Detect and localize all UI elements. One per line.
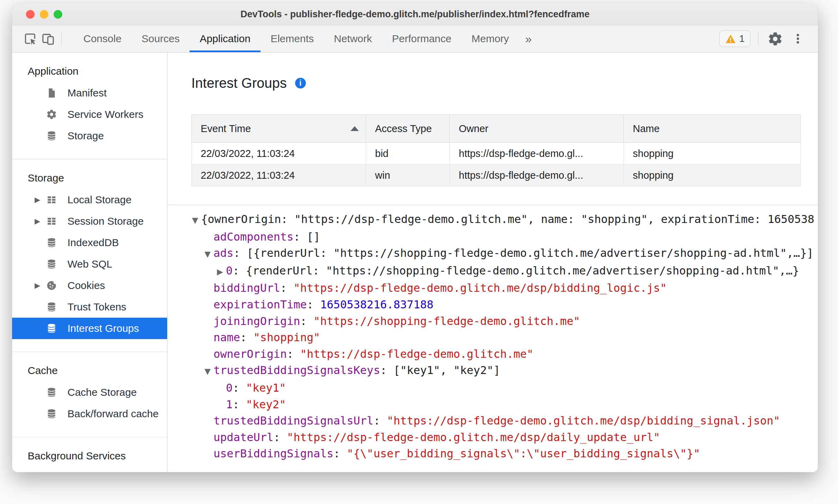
sidebar-item-label: Local Storage [67,194,131,206]
column-header-label: Event Time [201,123,251,134]
sidebar-item-cache-storage[interactable]: Cache Storage [12,382,167,403]
preview-text: : [334,447,347,460]
table-row[interactable]: 22/03/2022, 11:03:24bidhttps://dsp-fledg… [192,143,801,165]
database-icon [46,301,57,312]
sidebar-item-label: Storage [67,130,104,142]
grid-icon [46,194,57,205]
panel-title-row: Interest Groups i [191,75,818,91]
tree-node: trustedBiddingSignalsUrl: "https://dsp-f… [167,413,818,429]
cell-event-time: 22/03/2022, 11:03:24 [192,165,366,186]
preview-text: : [307,298,320,311]
string-value: "https://dsp-fledge-demo.glitch.me/dsp/d… [287,431,660,444]
toolbar-separator [758,31,758,46]
device-toolbar-icon [41,32,55,46]
tree-node-expandable[interactable]: ▼{ownerOrigin: "https://dsp-fledge-demo.… [167,211,818,229]
string-value: "https://dsp-fledge-demo.glitch.me" [300,347,533,361]
chevron-right-icon[interactable]: ▶ [35,281,46,290]
minimize-button[interactable] [40,10,48,19]
column-header-label: Name [633,123,659,134]
triangle-down-icon[interactable]: ▼ [204,246,213,263]
tab-network[interactable]: Network [324,25,382,52]
interest-groups-panel: Interest Groups i Event TimeAccess TypeO… [167,53,818,472]
property-name: joiningOrigin [213,315,300,328]
cell-access-type: win [366,165,450,186]
device-toolbar-button[interactable] [39,29,57,48]
sidebar-item-trust-tokens[interactable]: Trust Tokens [12,296,167,318]
sidebar-item-storage[interactable]: Storage [12,125,167,147]
sidebar-item-web-sql[interactable]: Web SQL [12,253,167,275]
tree-node-expandable[interactable]: ▶0: {renderUrl: "https://shopping-fledge… [167,263,818,280]
menu-button[interactable] [789,29,807,48]
sidebar-section-header: Application [12,65,167,77]
sidebar-item-session-storage[interactable]: ▶Session Storage [12,211,167,232]
string-value: "key2" [246,398,286,411]
titlebar[interactable]: DevTools - publisher-fledge-demo.glitch.… [12,3,818,25]
inspect-element-button[interactable] [21,29,39,48]
warning-count: 1 [739,33,745,44]
info-icon[interactable]: i [295,78,306,88]
preview-text: : {renderUrl: "https://shopping-fledge-d… [233,264,799,277]
chevron-right-icon[interactable]: ▶ [35,196,46,204]
sidebar-item-label: Service Workers [67,109,144,120]
inspect-icon [23,32,37,46]
tree-node: name: "shopping" [167,329,818,346]
preview-text: : [{renderUrl: "https://shopping-fledge-… [234,246,813,260]
sidebar-item-label: Back/forward cache [67,408,158,420]
devtools-toolbar: ConsoleSourcesApplicationElementsNetwork… [12,25,818,53]
column-header-event-time[interactable]: Event Time [192,115,366,143]
sidebar-item-label: Manifest [67,87,107,99]
tree-node: expirationTime: 1650538216.837188 [167,297,818,313]
tree-node-expandable[interactable]: ▼trustedBiddingSignalsKeys: ["key1", "ke… [167,362,818,380]
tree-node: adComponents: [] [167,229,818,245]
property-name: expirationTime [213,298,307,311]
sidebar-item-label: Cache Storage [67,386,137,398]
preview-text: : [300,315,313,328]
sidebar-item-interest-groups[interactable]: Interest Groups [12,318,167,339]
toolbar-right-controls: 1 [719,29,818,48]
warnings-badge[interactable]: 1 [719,30,750,47]
warning-icon [725,34,736,44]
sidebar-item-background-fetch[interactable]: Background Fetch [12,467,167,472]
tab-console[interactable]: Console [73,25,131,52]
column-header-label: Access Type [375,123,432,134]
sidebar-item-label: Interest Groups [67,323,139,334]
tab-sources[interactable]: Sources [131,25,190,52]
preview-text: : [273,431,287,444]
tab-application[interactable]: Application [190,25,261,52]
sidebar-item-label: Session Storage [67,215,144,227]
sidebar-item-service-workers[interactable]: Service Workers [12,104,167,125]
preview-text: : [233,398,246,411]
sidebar-item-manifest[interactable]: Manifest [12,82,167,104]
triangle-right-icon[interactable]: ▶ [217,264,226,280]
sidebar-item-cookies[interactable]: ▶Cookies [12,275,167,296]
settings-button[interactable] [766,29,784,48]
tree-node: biddingUrl: "https://dsp-fledge-demo.gli… [167,280,818,297]
column-header-name[interactable]: Name [624,115,801,143]
maximize-button[interactable] [54,10,62,19]
tab-elements[interactable]: Elements [261,25,324,52]
more-tabs-button[interactable]: » [519,32,538,46]
column-header-label: Owner [459,123,488,134]
tree-node: 0: "key1" [167,380,818,396]
column-header-access-type[interactable]: Access Type [366,115,450,143]
property-name: 0 [226,381,233,394]
sidebar-section-storage: Storage▶Local Storage▶Session StorageInd… [12,159,167,352]
tab-memory[interactable]: Memory [462,25,519,52]
tree-node-expandable[interactable]: ▼ads: [{renderUrl: "https://shopping-fle… [167,245,818,263]
sidebar-item-back-forward-cache[interactable]: Back/forward cache [12,403,167,424]
close-button[interactable] [26,10,35,19]
tab-performance[interactable]: Performance [382,25,462,52]
triangle-down-icon[interactable]: ▼ [192,212,201,229]
sidebar-item-local-storage[interactable]: ▶Local Storage [12,189,167,211]
chevron-right-icon[interactable]: ▶ [35,217,46,225]
table-row[interactable]: 22/03/2022, 11:03:24winhttps://dsp-fledg… [192,165,801,186]
sidebar-item-indexeddb[interactable]: IndexedDB [12,232,167,253]
string-value: "https://shopping-fledge-demo.glitch.me" [313,315,580,328]
number-value: 1650538216.837188 [320,298,434,311]
sidebar-section-header: Storage [12,172,167,184]
sidebar-item-label: Cookies [67,280,105,291]
three-dots-icon [792,32,804,45]
triangle-down-icon[interactable]: ▼ [204,363,213,380]
column-header-owner[interactable]: Owner [450,115,624,143]
property-name: adComponents [213,230,293,243]
